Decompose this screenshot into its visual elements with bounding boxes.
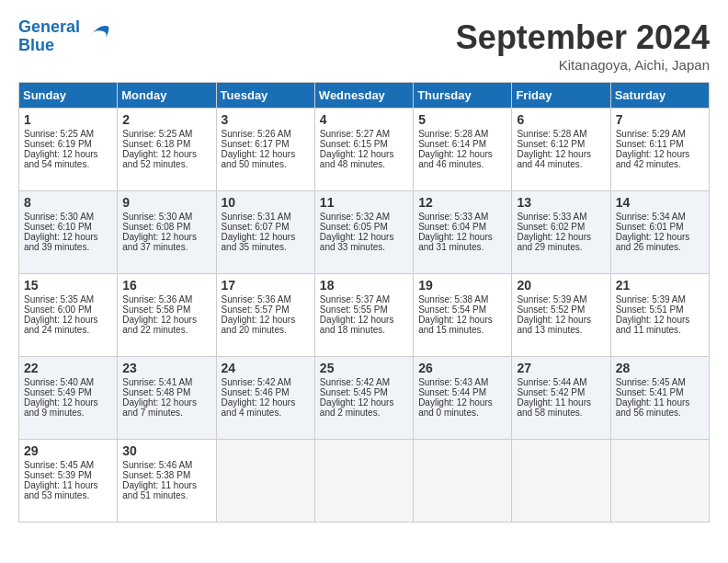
sunrise-text: Sunrise: 5:30 AM <box>122 212 210 222</box>
weekday-header-thursday: Thursday <box>414 83 512 109</box>
day-number: 20 <box>517 278 605 293</box>
weekday-header-friday: Friday <box>512 83 610 109</box>
sunset-text: Sunset: 6:11 PM <box>616 139 704 149</box>
daylight-text: Daylight: 12 hours and 33 minutes. <box>320 232 408 252</box>
day-number: 8 <box>24 195 112 210</box>
day-number: 11 <box>320 195 408 210</box>
sunrise-text: Sunrise: 5:27 AM <box>320 129 408 139</box>
daylight-text: Daylight: 11 hours and 56 minutes. <box>616 397 704 418</box>
daylight-text: Daylight: 12 hours and 18 minutes. <box>320 315 408 335</box>
sunrise-text: Sunrise: 5:42 AM <box>320 377 408 387</box>
sunset-text: Sunset: 6:05 PM <box>320 222 408 232</box>
logo-text: GeneralBlue <box>18 18 80 55</box>
calendar-cell: 30Sunrise: 5:46 AMSunset: 5:38 PMDayligh… <box>118 440 216 523</box>
calendar-cell <box>216 440 314 523</box>
sunset-text: Sunset: 5:49 PM <box>24 387 112 397</box>
sunset-text: Sunset: 6:12 PM <box>517 139 605 149</box>
sunrise-text: Sunrise: 5:33 AM <box>418 212 506 222</box>
sunrise-text: Sunrise: 5:30 AM <box>24 212 112 222</box>
sunset-text: Sunset: 6:01 PM <box>616 222 704 232</box>
day-number: 25 <box>320 361 408 375</box>
calendar-cell: 28Sunrise: 5:45 AMSunset: 5:41 PMDayligh… <box>610 357 709 440</box>
day-number: 26 <box>418 361 506 375</box>
calendar-cell: 15Sunrise: 5:35 AMSunset: 6:00 PMDayligh… <box>19 274 118 357</box>
sunrise-text: Sunrise: 5:36 AM <box>222 294 310 304</box>
day-number: 29 <box>24 443 112 458</box>
sunrise-text: Sunrise: 5:37 AM <box>320 294 408 304</box>
sunset-text: Sunset: 6:02 PM <box>517 222 605 232</box>
sunset-text: Sunset: 5:55 PM <box>320 304 408 315</box>
calendar-table: SundayMondayTuesdayWednesdayThursdayFrid… <box>18 82 710 523</box>
sunrise-text: Sunrise: 5:29 AM <box>616 129 704 139</box>
calendar-cell: 10Sunrise: 5:31 AMSunset: 6:07 PMDayligh… <box>216 191 314 274</box>
day-number: 3 <box>222 112 310 127</box>
day-number: 19 <box>418 278 506 293</box>
daylight-text: Daylight: 12 hours and 50 minutes. <box>222 149 310 169</box>
calendar-cell: 4Sunrise: 5:27 AMSunset: 6:15 PMDaylight… <box>314 109 413 191</box>
sunrise-text: Sunrise: 5:46 AM <box>122 460 210 470</box>
calendar-cell: 29Sunrise: 5:45 AMSunset: 5:39 PMDayligh… <box>19 440 118 523</box>
calendar-cell: 13Sunrise: 5:33 AMSunset: 6:02 PMDayligh… <box>512 191 610 274</box>
daylight-text: Daylight: 12 hours and 22 minutes. <box>122 315 210 335</box>
sunrise-text: Sunrise: 5:25 AM <box>122 129 210 139</box>
sunrise-text: Sunrise: 5:26 AM <box>222 129 310 139</box>
sunset-text: Sunset: 6:18 PM <box>122 139 210 149</box>
calendar-week-row: 22Sunrise: 5:40 AMSunset: 5:49 PMDayligh… <box>19 357 710 440</box>
calendar-cell: 19Sunrise: 5:38 AMSunset: 5:54 PMDayligh… <box>414 274 512 357</box>
day-number: 6 <box>517 112 605 127</box>
daylight-text: Daylight: 12 hours and 2 minutes. <box>320 397 408 418</box>
calendar-week-row: 15Sunrise: 5:35 AMSunset: 6:00 PMDayligh… <box>19 274 710 357</box>
calendar-cell: 12Sunrise: 5:33 AMSunset: 6:04 PMDayligh… <box>414 191 512 274</box>
daylight-text: Daylight: 12 hours and 24 minutes. <box>24 315 112 335</box>
calendar-cell <box>314 440 413 523</box>
sunrise-text: Sunrise: 5:35 AM <box>24 294 112 304</box>
sunset-text: Sunset: 5:52 PM <box>517 304 605 315</box>
daylight-text: Daylight: 12 hours and 9 minutes. <box>24 397 112 418</box>
calendar-cell: 17Sunrise: 5:36 AMSunset: 5:57 PMDayligh… <box>216 274 314 357</box>
day-number: 18 <box>320 278 408 293</box>
daylight-text: Daylight: 12 hours and 7 minutes. <box>122 397 210 418</box>
daylight-text: Daylight: 12 hours and 29 minutes. <box>517 232 605 252</box>
daylight-text: Daylight: 12 hours and 0 minutes. <box>418 397 506 418</box>
sunset-text: Sunset: 5:45 PM <box>320 387 408 397</box>
daylight-text: Daylight: 12 hours and 44 minutes. <box>517 149 605 169</box>
page-header: GeneralBlue September 2024 Kitanagoya, A… <box>18 18 710 73</box>
sunrise-text: Sunrise: 5:31 AM <box>222 212 310 222</box>
calendar-cell: 22Sunrise: 5:40 AMSunset: 5:49 PMDayligh… <box>19 357 118 440</box>
calendar-cell: 16Sunrise: 5:36 AMSunset: 5:58 PMDayligh… <box>118 274 216 357</box>
sunset-text: Sunset: 5:44 PM <box>418 387 506 397</box>
sunrise-text: Sunrise: 5:39 AM <box>517 294 605 304</box>
weekday-header-wednesday: Wednesday <box>314 83 413 109</box>
daylight-text: Daylight: 12 hours and 48 minutes. <box>320 149 408 169</box>
calendar-cell: 1Sunrise: 5:25 AMSunset: 6:19 PMDaylight… <box>19 109 118 191</box>
day-number: 27 <box>517 361 605 375</box>
sunrise-text: Sunrise: 5:38 AM <box>418 294 506 304</box>
calendar-cell: 23Sunrise: 5:41 AMSunset: 5:48 PMDayligh… <box>118 357 216 440</box>
sunset-text: Sunset: 6:17 PM <box>222 139 310 149</box>
sunset-text: Sunset: 6:14 PM <box>418 139 506 149</box>
calendar-cell: 21Sunrise: 5:39 AMSunset: 5:51 PMDayligh… <box>610 274 709 357</box>
day-number: 30 <box>122 443 210 458</box>
calendar-week-row: 29Sunrise: 5:45 AMSunset: 5:39 PMDayligh… <box>19 440 710 523</box>
day-number: 10 <box>222 195 310 210</box>
calendar-cell: 5Sunrise: 5:28 AMSunset: 6:14 PMDaylight… <box>414 109 512 191</box>
sunset-text: Sunset: 5:39 PM <box>24 470 112 480</box>
sunrise-text: Sunrise: 5:36 AM <box>122 294 210 304</box>
daylight-text: Daylight: 12 hours and 31 minutes. <box>418 232 506 252</box>
logo-bird-icon <box>84 23 111 51</box>
location-subtitle: Kitanagoya, Aichi, Japan <box>456 57 710 73</box>
day-number: 4 <box>320 112 408 127</box>
sunrise-text: Sunrise: 5:41 AM <box>122 377 210 387</box>
calendar-cell: 6Sunrise: 5:28 AMSunset: 6:12 PMDaylight… <box>512 109 610 191</box>
day-number: 1 <box>24 112 112 127</box>
sunset-text: Sunset: 5:41 PM <box>616 387 704 397</box>
daylight-text: Daylight: 12 hours and 13 minutes. <box>517 315 605 335</box>
calendar-cell: 25Sunrise: 5:42 AMSunset: 5:45 PMDayligh… <box>314 357 413 440</box>
sunrise-text: Sunrise: 5:25 AM <box>24 129 112 139</box>
weekday-header-saturday: Saturday <box>610 83 709 109</box>
calendar-week-row: 1Sunrise: 5:25 AMSunset: 6:19 PMDaylight… <box>19 109 710 191</box>
daylight-text: Daylight: 12 hours and 52 minutes. <box>122 149 210 169</box>
daylight-text: Daylight: 12 hours and 37 minutes. <box>122 232 210 252</box>
day-number: 23 <box>122 361 210 375</box>
calendar-cell <box>512 440 610 523</box>
